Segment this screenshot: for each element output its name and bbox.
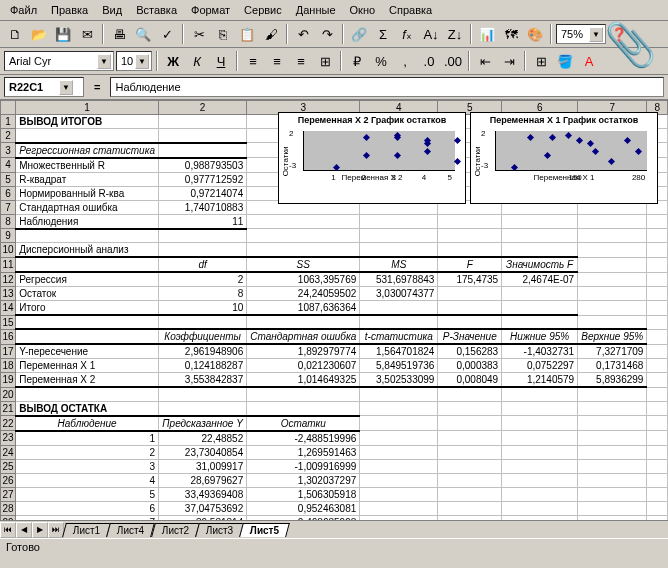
cell[interactable] [158,315,246,329]
row-header[interactable]: 29 [1,515,16,520]
cell[interactable] [158,115,246,129]
menu-edit[interactable]: Правка [45,2,94,18]
sheet-tab[interactable]: Лист1 [62,523,111,537]
sort-desc-icon[interactable]: Z↓ [444,23,466,45]
cell[interactable] [438,401,502,416]
menu-format[interactable]: Формат [185,2,236,18]
row-header[interactable]: 12 [1,272,16,287]
autosum-icon[interactable]: Σ [372,23,394,45]
cell[interactable]: -2,488519996 [247,431,360,446]
cell[interactable] [502,315,578,329]
row-header[interactable]: 21 [1,401,16,416]
name-box[interactable]: R22C1 [4,77,84,97]
row-header[interactable]: 19 [1,373,16,388]
cell[interactable] [502,387,578,401]
chart-icon[interactable]: 📊 [476,23,498,45]
cell[interactable]: Y-пересечение [16,344,159,359]
dec-decimal-icon[interactable]: .00 [442,50,464,72]
undo-icon[interactable]: ↶ [292,23,314,45]
cell[interactable]: 0,021230607 [247,359,360,373]
tab-next-icon[interactable]: ▶ [32,522,48,538]
cell[interactable]: 1,892979774 [247,344,360,359]
cell[interactable] [647,387,668,401]
cell[interactable]: 1,014649325 [247,373,360,388]
cell[interactable] [158,143,246,158]
cell[interactable] [647,515,668,520]
cell[interactable] [578,387,647,401]
cell[interactable] [360,501,438,515]
row-header[interactable]: 28 [1,501,16,515]
cell[interactable]: 0,1731468 [578,359,647,373]
cell[interactable] [647,214,668,229]
cell[interactable] [502,301,578,316]
fill-color-icon[interactable]: 🪣 [554,50,576,72]
cell[interactable]: 1,740710883 [158,200,246,214]
inc-indent-icon[interactable]: ⇥ [498,50,520,72]
cell[interactable]: 175,4735 [438,272,502,287]
cell[interactable] [647,401,668,416]
sheet-tab[interactable]: Лист4 [106,523,155,537]
sheet-tab[interactable]: Лист3 [195,523,244,537]
cell[interactable]: 0,0752297 [502,359,578,373]
cell[interactable]: 2 [16,445,159,459]
row-header[interactable]: 18 [1,359,16,373]
cell[interactable] [578,401,647,416]
cell[interactable]: 33,49369408 [158,487,246,501]
cell[interactable] [647,416,668,431]
formula-input[interactable]: Наблюдение [110,77,664,97]
cell[interactable] [360,214,438,229]
open-icon[interactable]: 📂 [28,23,50,45]
cell[interactable] [502,229,578,243]
tab-first-icon[interactable]: ⏮ [0,522,16,538]
row-header[interactable]: 9 [1,229,16,243]
row-header[interactable]: 27 [1,487,16,501]
cell[interactable] [158,387,246,401]
cell[interactable] [578,243,647,258]
row-header[interactable]: 10 [1,243,16,258]
cell[interactable] [438,487,502,501]
cell[interactable]: Остаток [16,287,159,301]
cell[interactable] [360,315,438,329]
cell[interactable]: 5,849519736 [360,359,438,373]
cell[interactable] [502,445,578,459]
cell[interactable] [578,515,647,520]
cell[interactable]: 3,502533099 [360,373,438,388]
cell[interactable] [16,257,159,272]
cell[interactable] [16,329,159,344]
cell[interactable] [438,416,502,431]
cell[interactable]: 7,3271709 [578,344,647,359]
cell[interactable]: 0,97214074 [158,186,246,200]
cell[interactable]: ВЫВОД ИТОГОВ [16,115,159,129]
cell[interactable]: Итого [16,301,159,316]
cell[interactable]: Наблюдения [16,214,159,229]
font-size-combo[interactable]: 10 [116,51,152,71]
map-icon[interactable]: 🗺 [500,23,522,45]
cell[interactable]: 2 [158,272,246,287]
print-icon[interactable]: 🖶 [108,23,130,45]
cell[interactable]: 7 [16,515,159,520]
cell[interactable]: F [438,257,502,272]
align-left-icon[interactable]: ≡ [242,50,264,72]
cell[interactable] [360,445,438,459]
cell[interactable] [438,431,502,446]
cell[interactable]: 3 [16,459,159,473]
cell[interactable]: SS [247,257,360,272]
cell[interactable] [502,214,578,229]
cell[interactable] [578,431,647,446]
cell[interactable] [647,257,668,272]
row-header[interactable]: 8 [1,214,16,229]
row-header[interactable]: 11 [1,257,16,272]
menu-data[interactable]: Данные [290,2,342,18]
cell[interactable] [158,129,246,143]
cell[interactable]: 1087,636364 [247,301,360,316]
cell[interactable] [647,459,668,473]
cell[interactable] [578,287,647,301]
cell[interactable]: df [158,257,246,272]
copy-icon[interactable]: ⎘ [212,23,234,45]
cell[interactable] [578,487,647,501]
cell[interactable] [578,473,647,487]
row-header[interactable]: 15 [1,315,16,329]
row-header[interactable]: 26 [1,473,16,487]
cell[interactable] [647,272,668,287]
row-header[interactable]: 13 [1,287,16,301]
